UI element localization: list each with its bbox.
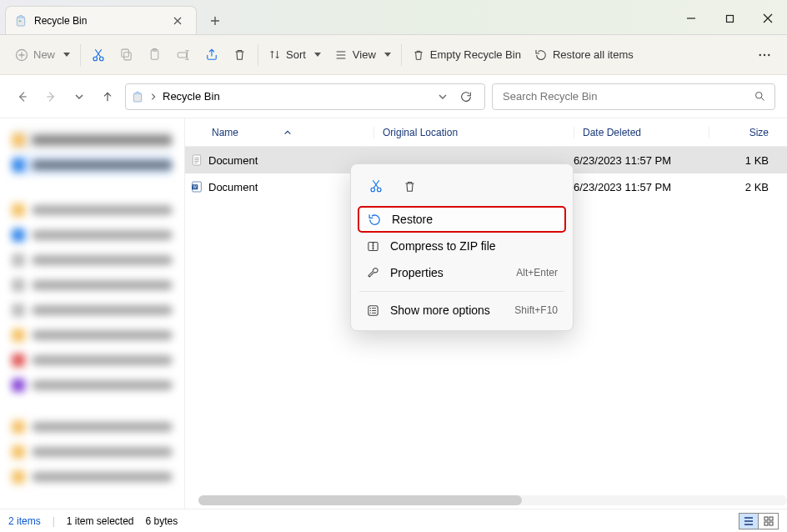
trash-icon — [403, 179, 417, 193]
column-name[interactable]: Name — [185, 127, 373, 138]
arrow-right-icon — [44, 90, 58, 103]
tab-close-button[interactable] — [169, 13, 186, 29]
svg-rect-15 — [193, 155, 200, 165]
view-button[interactable]: View — [328, 41, 398, 69]
tab-title: Recycle Bin — [34, 15, 163, 27]
file-size: 2 KB — [709, 181, 787, 193]
svg-point-4 — [100, 57, 104, 61]
context-compress-zip[interactable]: Compress to ZIP file — [358, 233, 566, 259]
status-item-count[interactable]: 2 items — [8, 515, 41, 527]
arrow-up-icon — [101, 90, 114, 103]
file-date-deleted: 6/23/2023 11:57 PM — [574, 181, 709, 193]
copy-button[interactable] — [113, 41, 141, 69]
file-date-deleted: 6/23/2023 11:57 PM — [574, 154, 709, 167]
thumbnails-view-toggle[interactable] — [759, 513, 779, 529]
sort-asc-icon — [283, 128, 292, 137]
close-window-button[interactable] — [749, 3, 787, 34]
svg-point-12 — [768, 53, 769, 55]
zip-icon — [366, 239, 380, 253]
svg-rect-26 — [764, 517, 768, 520]
status-bar: 2 items | 1 item selected 6 bytes — [0, 509, 787, 532]
svg-point-20 — [378, 188, 382, 192]
plus-icon — [210, 16, 220, 26]
list-icon — [744, 516, 754, 526]
history-dropdown[interactable] — [68, 86, 90, 108]
svg-rect-28 — [764, 522, 768, 525]
navigation-pane[interactable] — [0, 118, 185, 509]
svg-rect-29 — [769, 522, 773, 525]
svg-rect-1 — [726, 15, 733, 22]
paste-button[interactable] — [141, 41, 169, 69]
context-show-more[interactable]: Show more options Shift+F10 — [358, 297, 566, 324]
context-restore[interactable]: Restore — [358, 206, 566, 233]
svg-point-19 — [371, 188, 375, 192]
column-date-deleted[interactable]: Date Deleted — [574, 127, 709, 138]
chevron-down-icon — [438, 92, 448, 102]
maximize-button[interactable] — [710, 3, 749, 34]
search-input[interactable] — [501, 89, 747, 103]
file-type-icon — [185, 153, 208, 167]
details-view-toggle[interactable] — [739, 513, 759, 529]
empty-recycle-bin-button[interactable]: Empty Recycle Bin — [405, 41, 528, 69]
arrow-left-icon — [16, 90, 29, 103]
view-icon — [334, 48, 348, 62]
file-name: Document — [208, 181, 373, 193]
sort-button[interactable]: Sort — [262, 41, 328, 69]
breadcrumb-segment[interactable]: Recycle Bin — [163, 90, 220, 103]
properties-icon — [366, 266, 380, 280]
context-cut-button[interactable] — [361, 171, 391, 201]
share-button[interactable] — [198, 41, 226, 69]
forward-button[interactable] — [40, 86, 62, 108]
breadcrumb-dropdown[interactable] — [438, 92, 448, 102]
search-box[interactable] — [492, 83, 775, 110]
back-button[interactable] — [12, 86, 33, 108]
tab-strip: Recycle Bin — [0, 0, 787, 35]
svg-point-11 — [764, 53, 765, 55]
new-tab-button[interactable] — [202, 8, 228, 34]
column-original-location[interactable]: Original Location — [373, 127, 574, 138]
search-icon — [754, 90, 766, 103]
context-properties[interactable]: Properties Alt+Enter — [358, 259, 566, 286]
share-icon — [204, 48, 219, 63]
horizontal-scrollbar[interactable] — [198, 495, 787, 505]
minimize-button[interactable] — [672, 3, 710, 34]
svg-text:W: W — [193, 185, 197, 189]
svg-point-14 — [756, 93, 763, 99]
rename-icon — [176, 48, 191, 63]
svg-rect-9 — [178, 53, 187, 58]
sort-icon — [268, 48, 281, 61]
svg-point-3 — [93, 57, 98, 61]
close-icon — [763, 13, 773, 23]
ellipsis-icon — [757, 48, 772, 63]
scrollbar-thumb[interactable] — [198, 495, 522, 505]
file-name: Document — [208, 154, 373, 167]
up-button[interactable] — [97, 86, 118, 108]
more-button[interactable] — [750, 41, 779, 69]
trash-icon — [233, 48, 247, 62]
column-size[interactable]: Size — [709, 127, 787, 138]
refresh-icon — [459, 90, 473, 103]
rename-button[interactable] — [169, 41, 198, 69]
recycle-bin-icon — [14, 14, 28, 28]
restore-all-button[interactable]: Restore all items — [528, 41, 640, 69]
file-type-icon: W — [185, 180, 208, 193]
restore-icon — [368, 213, 382, 227]
context-menu: Restore Compress to ZIP file Properties … — [350, 163, 574, 331]
svg-point-24 — [370, 309, 371, 310]
minimize-icon — [686, 13, 696, 23]
breadcrumb-bar[interactable]: Recycle Bin — [125, 83, 485, 110]
delete-button[interactable] — [226, 41, 254, 69]
cut-button[interactable] — [84, 41, 113, 69]
tab-recycle-bin[interactable]: Recycle Bin — [5, 6, 197, 34]
svg-point-10 — [759, 53, 761, 55]
new-plus-icon — [15, 48, 28, 62]
refresh-button[interactable] — [453, 83, 479, 110]
svg-rect-27 — [769, 517, 773, 520]
new-button[interactable]: New — [8, 41, 77, 69]
cut-icon — [91, 48, 106, 63]
chevron-right-icon — [149, 93, 158, 101]
paste-icon — [148, 48, 162, 62]
svg-point-25 — [370, 312, 371, 313]
close-icon — [173, 17, 182, 25]
context-delete-button[interactable] — [394, 171, 424, 201]
